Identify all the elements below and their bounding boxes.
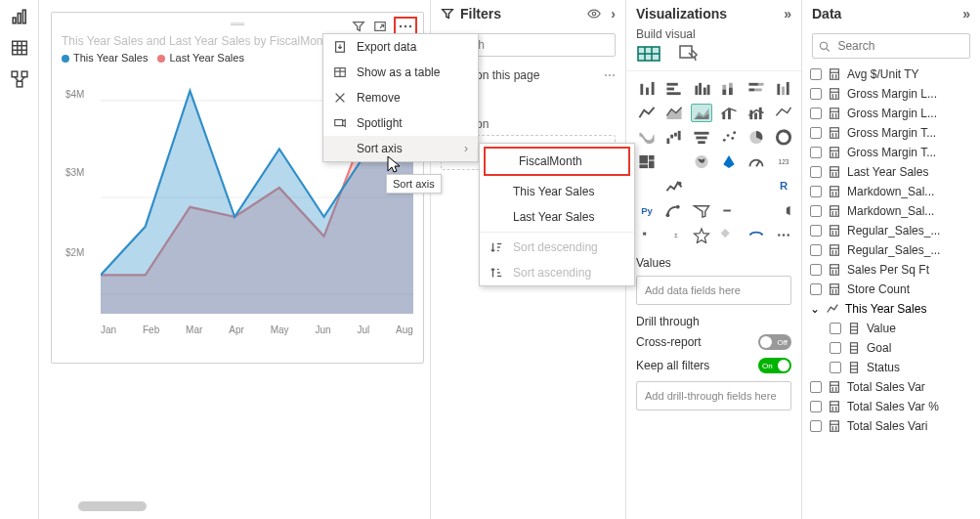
checkbox[interactable] — [810, 225, 822, 237]
checkbox[interactable] — [810, 420, 822, 432]
field-item[interactable]: Total Sales Vari — [808, 416, 974, 436]
menu-show-as-table[interactable]: Show as a table — [323, 60, 478, 85]
viz-type-map[interactable] — [663, 152, 685, 171]
checkbox[interactable] — [810, 88, 822, 100]
submenu-last-year-sales[interactable]: Last Year Sales — [480, 204, 634, 230]
checkbox[interactable] — [810, 147, 822, 158]
submenu-sort-ascending[interactable]: Sort ascending — [480, 260, 634, 285]
build-visual-tab[interactable] — [636, 43, 661, 65]
drag-handle-icon[interactable]: ══ — [231, 19, 244, 29]
viz-type-scatter[interactable] — [718, 128, 740, 147]
checkbox[interactable] — [810, 127, 822, 139]
checkbox[interactable] — [810, 381, 822, 393]
viz-type-funnel[interactable] — [691, 128, 712, 147]
field-item[interactable]: Last Year Sales — [808, 162, 974, 182]
field-item[interactable]: Gross Margin T... — [808, 123, 974, 143]
checkbox[interactable] — [830, 362, 841, 373]
viz-type-stacked-area[interactable] — [691, 104, 712, 122]
menu-remove[interactable]: Remove — [323, 85, 478, 110]
menu-spotlight[interactable]: Spotlight — [323, 110, 478, 136]
field-item[interactable]: Status — [808, 358, 974, 377]
viz-type-paginate[interactable] — [773, 201, 794, 220]
viz-type-gauge[interactable] — [746, 152, 767, 171]
viz-type-ribbon[interactable] — [636, 128, 658, 147]
filter-icon[interactable] — [351, 19, 366, 34]
menu-export-data[interactable]: Export data — [323, 34, 478, 60]
viz-type-qa[interactable] — [746, 201, 767, 220]
viz-type-table[interactable] — [718, 177, 740, 195]
field-item[interactable]: Total Sales Var % — [808, 397, 974, 416]
field-item[interactable]: Markdown_Sal... — [808, 182, 974, 201]
viz-type-decomposition[interactable] — [691, 201, 712, 220]
checkbox[interactable] — [830, 342, 841, 354]
field-item[interactable]: Avg $/Unit TY — [808, 65, 974, 84]
data-search[interactable] — [812, 33, 970, 59]
collapse-pane-icon[interactable]: » — [962, 6, 970, 22]
viz-type-multi-card[interactable] — [636, 177, 658, 195]
viz-type-smart-narrative[interactable] — [718, 201, 740, 220]
viz-type-slicer[interactable] — [691, 177, 712, 195]
viz-type-card[interactable]: 123 — [773, 152, 794, 171]
checkbox[interactable] — [810, 186, 822, 197]
viz-type-stacked-bar-100[interactable] — [746, 79, 767, 98]
checkbox[interactable] — [810, 264, 822, 276]
viz-type-line-stacked[interactable] — [746, 104, 767, 122]
report-view-icon[interactable] — [11, 8, 28, 25]
viz-type-shape[interactable] — [718, 226, 740, 244]
more-icon[interactable]: ⋯ — [604, 68, 616, 82]
field-item[interactable]: Store Count — [808, 280, 974, 299]
field-item[interactable]: Regular_Sales_... — [808, 240, 974, 260]
checkbox[interactable] — [810, 205, 822, 217]
keep-all-filters-toggle[interactable]: On — [758, 358, 791, 373]
cross-report-toggle[interactable]: Off — [758, 334, 791, 350]
field-item[interactable]: Value — [808, 319, 974, 338]
viz-type-matrix[interactable] — [746, 177, 767, 195]
viz-type-filled-map[interactable] — [691, 152, 712, 171]
data-search-input[interactable] — [835, 38, 963, 54]
format-visual-tab[interactable] — [677, 43, 701, 65]
checkbox[interactable] — [810, 108, 822, 119]
viz-type-donut[interactable] — [773, 128, 794, 147]
viz-type-ribbon-box[interactable] — [773, 104, 794, 122]
viz-type-arcgis[interactable] — [746, 226, 767, 244]
viz-type-goals[interactable] — [691, 226, 712, 244]
viz-type-treemap[interactable] — [636, 152, 658, 171]
field-item[interactable]: Markdown_Sal... — [808, 201, 974, 221]
eye-icon[interactable] — [587, 7, 601, 21]
horizontal-scrollbar[interactable] — [78, 501, 147, 511]
viz-type-stacked-column[interactable] — [718, 79, 740, 98]
collapse-pane-icon[interactable]: › — [611, 6, 616, 22]
field-item[interactable]: Gross Margin L... — [808, 104, 974, 123]
field-item[interactable]: Total Sales Var — [808, 377, 974, 397]
viz-type-line-clustered[interactable] — [718, 104, 740, 122]
viz-type-stacked-bar-h[interactable] — [663, 79, 685, 98]
submenu-fiscalmonth[interactable]: FiscalMonth — [484, 147, 630, 176]
checkbox[interactable] — [830, 323, 841, 334]
chevron-down-icon[interactable]: ⌄ — [810, 302, 820, 316]
submenu-this-year-sales[interactable]: This Year Sales — [480, 179, 634, 204]
field-item[interactable]: Regular_Sales_... — [808, 221, 974, 240]
viz-type-power-apps[interactable] — [636, 226, 658, 244]
field-item[interactable]: Gross Margin T... — [808, 143, 974, 162]
drill-through-dropzone[interactable]: Add drill-through fields here — [636, 381, 791, 411]
values-dropzone[interactable]: Add data fields here — [636, 276, 791, 305]
focus-mode-icon[interactable] — [372, 19, 388, 34]
viz-type-power-automate[interactable]: Σ — [663, 226, 685, 244]
field-item[interactable]: Goal — [808, 338, 974, 358]
viz-type-pie[interactable] — [746, 128, 767, 147]
field-item[interactable]: Gross Margin L... — [808, 84, 974, 104]
viz-type-waterfall[interactable] — [663, 128, 685, 147]
data-view-icon[interactable] — [11, 39, 28, 57]
viz-type-clustered-bar[interactable] — [691, 79, 712, 98]
viz-type-more[interactable] — [773, 226, 794, 244]
field-item[interactable]: Sales Per Sq Ft — [808, 260, 974, 280]
checkbox[interactable] — [810, 166, 822, 178]
checkbox[interactable] — [810, 401, 822, 412]
model-view-icon[interactable] — [11, 70, 28, 88]
viz-type-azure-map[interactable] — [718, 152, 740, 171]
viz-type-stacked-bar[interactable] — [636, 79, 658, 98]
collapse-pane-icon[interactable]: » — [784, 6, 791, 22]
viz-type-py-visual[interactable]: Py — [636, 201, 658, 220]
viz-type-kpi[interactable] — [663, 177, 685, 195]
checkbox[interactable] — [810, 68, 822, 80]
